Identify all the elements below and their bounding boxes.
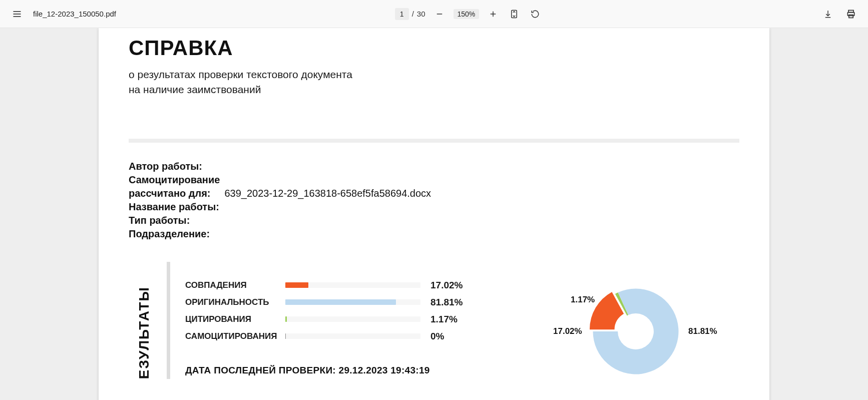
zoom-in-button[interactable] [486, 7, 500, 21]
menu-icon[interactable] [10, 7, 24, 21]
meta-calcfor-value: 639_2023-12-29_163818-658ef5fa58694.docx [224, 187, 431, 200]
meta-author-label: Автор работы: [129, 160, 202, 173]
zoom-out-button[interactable] [432, 7, 447, 21]
pie-label: 17.02% [553, 326, 582, 336]
document-viewport[interactable]: СПРАВКА о результатах проверки текстовог… [0, 28, 868, 400]
filename-label: file_12-2023_150050.pdf [33, 10, 116, 18]
results-vertical-label: ЕЗУЛЬТАТЫ [136, 286, 152, 379]
meta-worktitle-label: Название работы: [129, 200, 219, 214]
bar-row-original: ОРИГИНАЛЬНОСТЬ 81.81% [185, 297, 536, 308]
meta-dept-label: Подразделение: [129, 227, 210, 241]
divider [129, 139, 739, 143]
bar-row-matches: СОВПАДЕНИЯ 17.02% [185, 280, 536, 291]
results-section: ЕЗУЛЬТАТЫ СОВПАДЕНИЯ 17.02% ОРИГИНАЛЬНОС… [129, 262, 739, 379]
pdf-page: СПРАВКА о результатах проверки текстовог… [99, 28, 769, 400]
doc-title: СПРАВКА [129, 28, 739, 60]
pdf-toolbar: file_12-2023_150050.pdf / 30 150% [0, 0, 868, 28]
page-input[interactable] [395, 8, 409, 20]
rotate-button[interactable] [528, 7, 542, 21]
page-total: 30 [417, 10, 425, 18]
pie-column: 17.02%1.17%81.81% [551, 280, 721, 379]
fit-page-button[interactable] [507, 7, 521, 21]
pie-label: 81.81% [688, 326, 717, 336]
meta-block: Автор работы: Самоцитирование рассчитано… [129, 160, 739, 241]
meta-calcfor-label: рассчитано для: [129, 187, 210, 200]
pie-label: 1.17% [571, 295, 595, 305]
doc-subtitle: о результатах проверки текстового докуме… [129, 67, 739, 98]
page-indicator: / 30 [395, 8, 425, 20]
meta-selfcite-label: Самоцитирование [129, 173, 220, 187]
zoom-level[interactable]: 150% [454, 9, 480, 19]
meta-worktype-label: Тип работы: [129, 214, 190, 227]
bar-row-selfcite: САМОЦИТИРОВАНИЯ 0% [185, 331, 536, 342]
page-sep: / [412, 10, 414, 18]
check-date: ДАТА ПОСЛЕДНЕЙ ПРОВЕРКИ: 29.12.2023 19:4… [185, 365, 536, 376]
download-button[interactable] [821, 7, 835, 21]
bar-row-citations: ЦИТИРОВАНИЯ 1.17% [185, 314, 536, 325]
pie-chart [588, 284, 683, 379]
results-divider [167, 262, 170, 379]
print-button[interactable] [844, 7, 858, 21]
bars-column: СОВПАДЕНИЯ 17.02% ОРИГИНАЛЬНОСТЬ 81.81% … [185, 280, 536, 379]
